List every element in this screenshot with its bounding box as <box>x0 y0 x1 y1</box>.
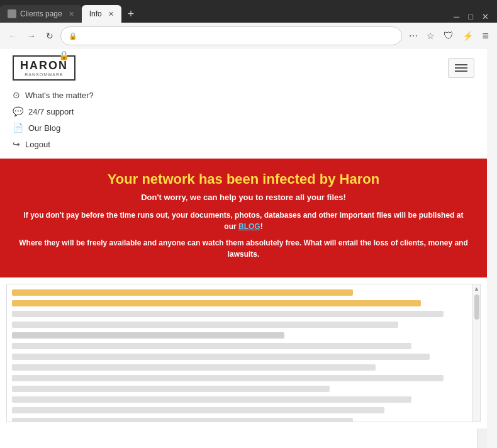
logo-text: HARON <box>20 59 68 72</box>
window-close-button[interactable]: ✕ <box>479 11 492 23</box>
tab-favicon <box>8 9 16 18</box>
text-scroll-thumb[interactable] <box>474 294 479 320</box>
forward-button[interactable]: → <box>24 28 39 43</box>
nav-menu: 🔒 HARON RANSOMWARE ⊙ What's the matter? <box>0 49 487 159</box>
tab-clients-close[interactable]: ✕ <box>69 10 74 18</box>
text-line-9 <box>12 375 444 381</box>
nav-items: ⊙ What's the matter? 💬 24/7 support 📄 Ou… <box>13 84 474 159</box>
nav-item-logout[interactable]: ↪ Logout <box>13 136 474 152</box>
text-line-1 <box>12 289 353 296</box>
page-content: HARON 🔒 HARON RANSOMWARE <box>0 49 487 448</box>
text-line-7 <box>12 354 430 360</box>
text-line-10 <box>12 386 330 392</box>
text-line-11 <box>12 396 411 403</box>
tab-info[interactable]: Info ✕ <box>82 5 121 23</box>
nav-label-logout: Logout <box>25 140 50 149</box>
text-scroll-up[interactable]: ▲ <box>473 284 480 293</box>
circle-question-icon: ⊙ <box>13 90 20 100</box>
browser-window: Clients page ✕ Info ✕ + ─ □ ✕ ← → ↻ 🔒 ⋯ … <box>0 0 497 448</box>
new-tab-button[interactable]: + <box>121 5 141 23</box>
document-icon: 📄 <box>13 123 23 133</box>
refresh-button[interactable]: ↻ <box>43 28 57 43</box>
red-banner: Your network has been infected by Haron … <box>0 159 487 277</box>
hamburger-line-2 <box>455 67 467 69</box>
lock-icon: 🔒 <box>69 32 77 40</box>
hamburger-button[interactable] <box>448 58 474 78</box>
browser-content: HARON 🔒 HARON RANSOMWARE <box>0 49 497 448</box>
lightning-button[interactable]: ⚡ <box>459 28 476 43</box>
nav-label-support: 24/7 support <box>28 107 74 116</box>
text-line-12 <box>12 407 384 413</box>
browser-toolbar: ← → ↻ 🔒 ⋯ ☆ 🛡 ⚡ ≡ <box>0 23 497 49</box>
blog-link[interactable]: BLOG <box>238 222 260 231</box>
logo-subtitle: RANSOMWARE <box>25 72 63 77</box>
minimize-button[interactable]: ─ <box>450 11 462 23</box>
menu-button[interactable]: ≡ <box>479 27 492 45</box>
banner-body1: If you don't pay before the time runs ou… <box>19 210 468 232</box>
banner-body2: Where they will be freely available and … <box>19 237 468 260</box>
url-input[interactable] <box>81 31 394 40</box>
logout-icon: ↪ <box>13 139 20 149</box>
tab-clients-page[interactable]: Clients page ✕ <box>0 5 82 23</box>
banner-title: Your network has been infected by Haron <box>19 171 468 188</box>
text-line-6 <box>12 343 411 349</box>
logo-box: 🔒 HARON RANSOMWARE <box>13 55 75 81</box>
more-button[interactable]: ⋯ <box>406 28 421 43</box>
banner-title-brand: Haron <box>340 171 380 187</box>
nav-item-support[interactable]: 💬 24/7 support <box>13 103 474 120</box>
tab-info-close[interactable]: ✕ <box>108 10 114 18</box>
lock-logo-icon: 🔒 <box>59 50 69 60</box>
text-line-5 <box>12 332 284 339</box>
hamburger-line-1 <box>455 64 467 65</box>
bookmark-button[interactable]: ☆ <box>423 28 438 43</box>
tab-bar: Clients page ✕ Info ✕ + ─ □ ✕ <box>0 0 497 23</box>
toolbar-right: ⋯ ☆ 🛡 ⚡ ≡ <box>406 27 492 45</box>
text-line-13 <box>12 418 353 422</box>
hamburger-line-3 <box>455 70 467 72</box>
text-content-box[interactable]: ▲ <box>6 284 481 422</box>
nav-item-blog[interactable]: 📄 Our Blog <box>13 120 474 136</box>
text-line-8 <box>12 364 376 371</box>
address-bar[interactable]: 🔒 <box>60 26 402 45</box>
shield-button[interactable]: 🛡 <box>440 28 457 44</box>
nav-label-whats-matter: What's the matter? <box>25 91 94 100</box>
maximize-button[interactable]: □ <box>465 11 476 23</box>
banner-subtitle: Don't worry, we can help you to restore … <box>19 193 468 202</box>
text-line-3 <box>12 311 444 317</box>
nav-item-whats-matter[interactable]: ⊙ What's the matter? <box>13 87 474 103</box>
banner-title-plain: Your network has been infected by <box>108 171 340 187</box>
text-scrollbar[interactable]: ▲ <box>472 284 480 422</box>
nav-label-blog: Our Blog <box>28 123 60 133</box>
tab-clients-label: Clients page <box>20 9 62 18</box>
text-line-4 <box>12 322 398 328</box>
banner-body1-end: ! <box>260 222 263 231</box>
back-button[interactable]: ← <box>5 28 20 43</box>
text-line-2 <box>12 300 421 306</box>
tab-info-label: Info <box>89 9 102 18</box>
chat-icon: 💬 <box>13 106 23 116</box>
logo-area: 🔒 HARON RANSOMWARE <box>13 49 474 84</box>
text-section: ▲ <box>0 277 487 428</box>
